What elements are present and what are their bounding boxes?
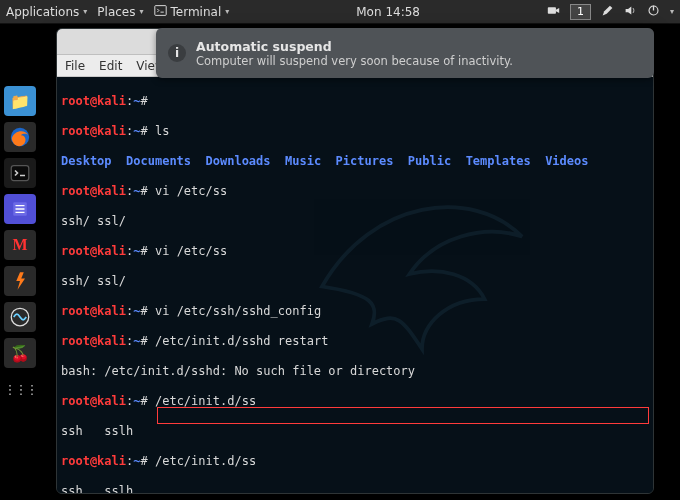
terminal-body[interactable]: root@kali:~# root@kali:~# ls Desktop Doc… xyxy=(57,77,653,493)
cmd-sshd-restart: /etc/init.d/sshd restart xyxy=(155,334,328,348)
notification-title: Automatic suspend xyxy=(196,39,513,54)
cmd-vi-1: vi /etc/ss xyxy=(155,184,227,198)
top-panel: Applications ▾ Places ▾ Terminal ▾ Mon 1… xyxy=(0,0,680,24)
ls-output: Desktop Documents Downloads Music Pictur… xyxy=(61,154,649,169)
out-4: bash: /etc/init.d/sshd: No such file or … xyxy=(61,364,649,379)
dock-app-wireshark[interactable] xyxy=(4,302,36,332)
svg-rect-1 xyxy=(548,7,556,14)
cmd-vi-3: vi /etc/ssh/sshd_config xyxy=(155,304,321,318)
menu-places-label: Places xyxy=(97,5,135,19)
cmd-initd-2: /etc/init.d/ss xyxy=(155,454,256,468)
dock-app-editor[interactable] xyxy=(4,194,36,224)
svg-rect-5 xyxy=(11,166,29,181)
cmd-initd-1: /etc/init.d/ss xyxy=(155,394,256,408)
terminal-icon xyxy=(154,4,167,20)
prompt-user: root@kali xyxy=(61,94,126,108)
out-5: ssh sslh xyxy=(61,424,649,439)
out-2: ssh/ ssl/ xyxy=(61,274,649,289)
menu-file[interactable]: File xyxy=(65,59,85,73)
cmd-ls: ls xyxy=(155,124,169,138)
power-icon[interactable] xyxy=(647,4,660,20)
menu-edit[interactable]: Edit xyxy=(99,59,122,73)
volume-icon[interactable] xyxy=(624,4,637,20)
chevron-down-icon: ▾ xyxy=(139,7,143,16)
camera-icon[interactable] xyxy=(547,4,560,20)
menu-terminal-label: Terminal xyxy=(171,5,222,19)
workspace-indicator[interactable]: 1 xyxy=(570,4,591,20)
dock-show-apps[interactable]: ⋮⋮⋮ xyxy=(4,374,36,404)
pen-icon[interactable] xyxy=(601,4,614,20)
svg-rect-0 xyxy=(154,5,165,15)
menu-places[interactable]: Places ▾ xyxy=(97,5,143,19)
out-1: ssh/ ssl/ xyxy=(61,214,649,229)
notification-body: Computer will suspend very soon because … xyxy=(196,54,513,68)
terminal-window: ─ □ ✕ File Edit View root@kali:~# root@k… xyxy=(56,28,654,494)
dock: 📁 M 🍒 ⋮⋮⋮ xyxy=(4,86,46,404)
chevron-down-icon: ▾ xyxy=(83,7,87,16)
info-icon: i xyxy=(168,44,186,62)
highlight-hping3 xyxy=(157,407,649,424)
system-tray: 1 ▾ xyxy=(547,4,674,20)
dock-app-metasploit[interactable]: M xyxy=(4,230,36,260)
chevron-down-icon[interactable]: ▾ xyxy=(670,7,674,16)
cmd-vi-2: vi /etc/ss xyxy=(155,244,227,258)
menu-applications[interactable]: Applications ▾ xyxy=(6,5,87,19)
menu-applications-label: Applications xyxy=(6,5,79,19)
chevron-down-icon: ▾ xyxy=(225,7,229,16)
suspend-notification[interactable]: i Automatic suspend Computer will suspen… xyxy=(156,28,654,78)
out-6: ssh sslh xyxy=(61,484,649,494)
menu-terminal[interactable]: Terminal ▾ xyxy=(154,4,230,20)
dock-app-files[interactable]: 📁 xyxy=(4,86,36,116)
dock-app-firefox[interactable] xyxy=(4,122,36,152)
dock-app-terminal[interactable] xyxy=(4,158,36,188)
panel-clock[interactable]: Mon 14:58 xyxy=(356,5,420,19)
dock-app-burp[interactable] xyxy=(4,266,36,296)
dock-app-cherrytree[interactable]: 🍒 xyxy=(4,338,36,368)
